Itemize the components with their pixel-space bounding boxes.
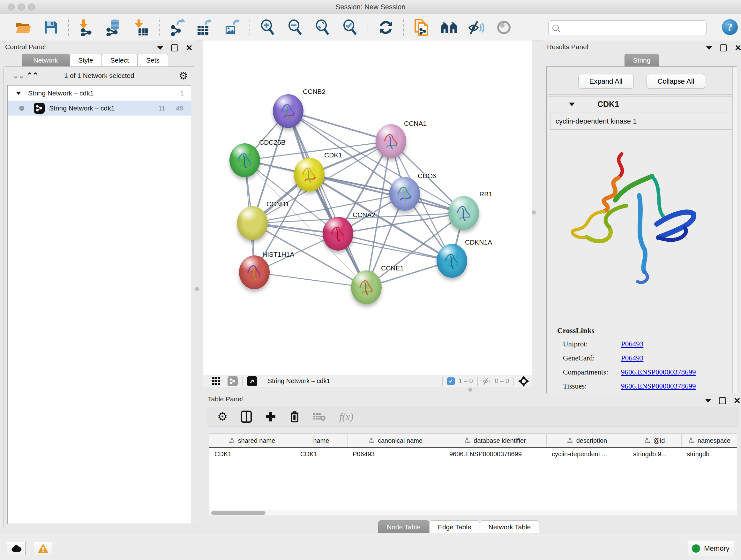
- birds-eye-view-icon[interactable]: [247, 376, 257, 386]
- memory-button[interactable]: Memory: [687, 541, 734, 556]
- grid-view-icon[interactable]: [212, 377, 220, 385]
- crosslink-link[interactable]: P06493: [621, 354, 643, 362]
- panel-menu-icon[interactable]: [705, 399, 711, 402]
- table-cell[interactable]: CDK1: [209, 448, 295, 462]
- panel-menu-icon[interactable]: [157, 46, 163, 50]
- table-cell[interactable]: cyclin-dependent ...: [547, 448, 628, 462]
- table-cell[interactable]: stringdb: [682, 448, 737, 462]
- results-scrollbar[interactable]: [732, 67, 737, 411]
- zoom-out-icon[interactable]: [286, 18, 304, 37]
- delete-column-icon[interactable]: [289, 411, 300, 423]
- warning-button[interactable]: [34, 542, 52, 555]
- clone-network-icon[interactable]: [413, 18, 430, 37]
- column-header-description[interactable]: description: [547, 434, 628, 447]
- toolbar-search[interactable]: [548, 20, 706, 35]
- hscroll-thumb[interactable]: [211, 511, 266, 515]
- add-column-icon[interactable]: [265, 411, 276, 422]
- zoom-fit-icon[interactable]: [314, 18, 332, 37]
- graph-node-hist1h1a[interactable]: [239, 255, 270, 289]
- cloud-status-button[interactable]: [7, 542, 25, 555]
- panel-float-icon[interactable]: [719, 397, 726, 404]
- column-header-canonical-name[interactable]: canonical name: [347, 434, 444, 447]
- right-splitter-handle[interactable]: [532, 210, 536, 214]
- import-network-database-icon[interactable]: [105, 18, 123, 37]
- save-session-icon[interactable]: [42, 18, 60, 37]
- show-columns-icon[interactable]: [241, 411, 252, 423]
- network-collection-row[interactable]: String Network – cdk1 1: [8, 85, 191, 101]
- tab-sets[interactable]: Sets: [138, 54, 168, 66]
- collection-expand-icon[interactable]: [16, 91, 21, 95]
- bottom-splitter-handle[interactable]: [468, 388, 472, 392]
- table-settings-gear-icon[interactable]: ⚙: [217, 410, 227, 423]
- panel-menu-icon[interactable]: [706, 46, 712, 50]
- hide-selected-icon[interactable]: [468, 18, 485, 37]
- show-selected-icon[interactable]: [495, 18, 513, 37]
- tab-edge-table[interactable]: Edge Table: [429, 520, 480, 533]
- import-table-file-icon[interactable]: [132, 18, 150, 37]
- table-cell[interactable]: 9606.ENSP00000378699: [444, 448, 547, 462]
- entry-collapse-icon[interactable]: [569, 103, 575, 106]
- panel-close-icon[interactable]: ✕: [735, 44, 741, 51]
- tab-style[interactable]: Style: [70, 54, 102, 66]
- export-table-icon[interactable]: [196, 18, 213, 37]
- selected-checkbox-icon[interactable]: ✓: [447, 377, 455, 385]
- crosslink-link[interactable]: 9606.ENSP00000378699: [621, 382, 696, 390]
- function-builder-icon[interactable]: f(x): [339, 411, 353, 423]
- help-icon[interactable]: ?: [722, 19, 738, 35]
- search-input[interactable]: [559, 22, 706, 34]
- panel-float-icon[interactable]: [171, 44, 178, 51]
- delete-table-icon[interactable]: [313, 412, 326, 422]
- network-overview-icon[interactable]: [227, 376, 238, 386]
- graph-node-cdk1[interactable]: [294, 158, 325, 192]
- column-header-namespace[interactable]: namespace: [682, 434, 737, 447]
- tab-string[interactable]: String: [624, 54, 659, 66]
- gene-entry-card: CDK1 cyclin-dependent kinase 1: [548, 96, 736, 404]
- zoom-selected-icon[interactable]: [341, 18, 359, 37]
- table-hscrollbar[interactable]: [209, 510, 737, 516]
- import-network-file-icon[interactable]: [77, 18, 95, 37]
- network-canvas[interactable]: CCNB2CCNA1CDC25BCDK1CDC6RB1CCNB1CCNA2CDK…: [203, 41, 532, 375]
- expand-all-button[interactable]: Expand All: [578, 74, 634, 89]
- collapse-all-button[interactable]: Collapse All: [647, 74, 705, 89]
- crosslink-link[interactable]: 9606.ENSP00000378699: [621, 368, 696, 376]
- show-all-windows-icon[interactable]: [440, 18, 458, 37]
- crosslink-link[interactable]: P06493: [621, 340, 643, 348]
- graph-node-rb1[interactable]: [448, 196, 479, 230]
- graph-node-cdc25b[interactable]: [229, 143, 260, 177]
- tab-node-table[interactable]: Node Table: [378, 520, 429, 533]
- column-header-shared-name[interactable]: shared name: [209, 434, 295, 447]
- graph-node-ccnb2[interactable]: [273, 94, 304, 128]
- graph-node-label: CCNB1: [266, 200, 289, 208]
- panel-close-icon[interactable]: ✕: [734, 397, 741, 404]
- network-row[interactable]: String Network – cdk1 11 48: [8, 101, 191, 116]
- tab-select[interactable]: Select: [102, 54, 138, 66]
- table-cell[interactable]: CDK1: [295, 448, 347, 462]
- fit-selected-crosshair-icon[interactable]: [518, 376, 529, 387]
- panel-close-icon[interactable]: ✕: [186, 44, 193, 51]
- graph-node-ccnb1[interactable]: [237, 206, 268, 240]
- tab-network[interactable]: Network: [22, 54, 70, 66]
- graph-node-cdkn1a[interactable]: [436, 244, 467, 278]
- cloud-icon: [11, 545, 22, 552]
- graph-node-ccna2[interactable]: [323, 217, 353, 251]
- left-splitter-handle[interactable]: [195, 287, 199, 291]
- panel-float-icon[interactable]: [720, 44, 727, 51]
- refresh-icon[interactable]: [377, 18, 395, 37]
- graph-node-ccna1[interactable]: [376, 124, 406, 158]
- export-network-icon[interactable]: [168, 18, 186, 37]
- column-header-name[interactable]: name: [295, 434, 347, 447]
- tab-network-table[interactable]: Network Table: [480, 520, 540, 533]
- results-panel-body: Expand All Collapse All CDK1 cyclin-depe…: [546, 66, 737, 411]
- graph-node-ccne1[interactable]: [351, 270, 382, 304]
- column-header-database-identifier[interactable]: database identifier: [444, 434, 547, 447]
- network-options-gear-icon[interactable]: ⚙: [179, 70, 188, 82]
- protein-structure-image: [561, 144, 698, 304]
- table-cell[interactable]: stringdb:9...: [628, 448, 682, 462]
- zoom-in-icon[interactable]: [259, 18, 277, 37]
- graph-node-cdc6[interactable]: [389, 177, 420, 211]
- table-cell[interactable]: P06493: [347, 448, 444, 462]
- export-image-icon[interactable]: [223, 18, 241, 37]
- open-session-icon[interactable]: [14, 18, 32, 37]
- table-row[interactable]: CDK1CDK1P064939606.ENSP00000378699cyclin…: [209, 448, 737, 462]
- column-header--id[interactable]: @id: [628, 434, 682, 447]
